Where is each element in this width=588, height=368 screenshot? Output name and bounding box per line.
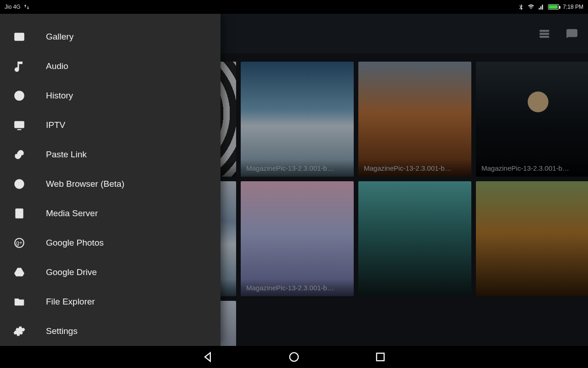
svg-point-12 xyxy=(19,215,20,216)
file-explorer-icon xyxy=(13,295,26,308)
drawer-item-label: Gallery xyxy=(46,32,74,42)
drawer-item-iptv[interactable]: IPTV xyxy=(0,110,220,140)
audio-icon xyxy=(13,60,26,73)
paste-link-icon xyxy=(13,148,26,161)
drawer-item-label: Web Browser (Beta) xyxy=(46,179,124,189)
drawer-item-google-photos[interactable]: g+Google Photos xyxy=(0,228,220,258)
web-browser-icon xyxy=(13,178,26,190)
drawer-item-web-browser[interactable]: Web Browser (Beta) xyxy=(0,169,220,199)
bluetooth-icon xyxy=(518,4,524,10)
data-arrows-icon xyxy=(23,4,30,10)
drawer-item-google-drive[interactable]: Google Drive xyxy=(0,258,220,287)
navigation-drawer: GalleryAudioHistoryIPTVPaste LinkWeb Bro… xyxy=(0,14,220,346)
google-drive-icon xyxy=(13,266,26,279)
drawer-item-gallery[interactable]: Gallery xyxy=(0,22,220,52)
svg-rect-8 xyxy=(15,121,24,127)
settings-icon xyxy=(13,325,26,338)
wifi-icon xyxy=(528,4,534,10)
iptv-icon xyxy=(13,119,26,132)
home-button[interactable] xyxy=(288,351,300,363)
drawer-item-label: Settings xyxy=(46,326,78,336)
system-nav-bar xyxy=(0,346,588,368)
svg-rect-16 xyxy=(377,353,384,361)
svg-rect-11 xyxy=(17,211,22,213)
drawer-item-paste-link[interactable]: Paste Link xyxy=(0,140,220,169)
drawer-item-file-explorer[interactable]: File Explorer xyxy=(0,287,220,316)
drawer-item-label: History xyxy=(46,91,73,101)
drawer-item-label: Media Server xyxy=(46,208,98,218)
drawer-item-label: Paste Link xyxy=(46,150,87,160)
drawer-item-media-server[interactable]: Media Server xyxy=(0,199,220,228)
status-bar: Jio 4G 7:18 PM xyxy=(0,0,588,14)
gallery-icon xyxy=(13,30,26,43)
drawer-item-history[interactable]: History xyxy=(0,81,220,110)
google-photos-icon: g+ xyxy=(13,236,26,249)
battery-icon xyxy=(548,4,559,10)
drawer-item-label: Google Photos xyxy=(46,238,104,248)
media-server-icon xyxy=(13,207,26,220)
drawer-item-settings[interactable]: Settings xyxy=(0,316,220,346)
svg-point-15 xyxy=(290,353,299,362)
svg-text:g+: g+ xyxy=(16,240,23,246)
clock-label: 7:18 PM xyxy=(563,4,583,10)
history-icon xyxy=(13,89,26,102)
drawer-item-label: File Explorer xyxy=(46,297,95,307)
drawer-item-label: IPTV xyxy=(46,120,65,130)
signal-icon xyxy=(538,4,544,10)
drawer-item-label: Google Drive xyxy=(46,267,97,277)
carrier-label: Jio 4G xyxy=(5,4,21,10)
recents-button[interactable] xyxy=(374,351,387,363)
drawer-item-label: Audio xyxy=(46,61,68,71)
back-button[interactable] xyxy=(201,351,214,363)
drawer-item-audio[interactable]: Audio xyxy=(0,52,220,81)
svg-point-6 xyxy=(17,35,18,36)
